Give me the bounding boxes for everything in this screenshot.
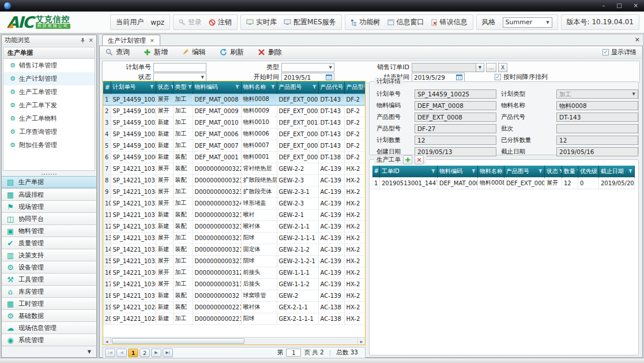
wo-column-header-物料名称[interactable]: 物料名称 [478, 166, 504, 177]
sales-order-input[interactable] [412, 63, 476, 72]
table-row[interactable]: 5SP_14459_10024新建加工DEF_MAT_0007物料0007DEF… [103, 140, 365, 151]
page-button-1[interactable]: 1 [128, 349, 138, 357]
detail-field-截止日期[interactable]: 2019/05/16 [556, 147, 638, 156]
detail-field-产品代号[interactable]: DT-143 [556, 113, 638, 122]
column-header-产品图号[interactable]: 产品图号 [277, 81, 318, 93]
table-row[interactable]: 3SP_14459_10027新建加工DEF_MAT_0010物料0010DEF… [103, 117, 365, 128]
detail-field-已分拆数量[interactable]: 12 [556, 136, 638, 145]
filter-icon[interactable] [538, 169, 543, 174]
style-select[interactable]: Summer▼ [503, 17, 552, 28]
work-order-add-button[interactable]: ✚ [403, 155, 412, 164]
prev-page-button[interactable]: ◀ [116, 349, 127, 357]
table-row[interactable]: 9SP_14221_10340展开加工D0000000003231扩散段壳体GE… [103, 186, 365, 197]
sidebar-item-生产计划管理[interactable]: ⚙生产计划管理 [3, 72, 95, 85]
table-row[interactable]: 2SP_14459_10026展开加工DEF_MAT_0009物料0009DEF… [103, 105, 365, 117]
detail-field-物料编码[interactable]: DEF_MAT_0008 [415, 101, 496, 110]
last-page-button[interactable]: ▶| [163, 349, 173, 357]
detail-field-批次[interactable] [556, 124, 638, 133]
end-time-input[interactable]: 2019/5/29 [412, 73, 465, 82]
table-row[interactable]: 20SP_14221_10286新建加工D0000000002213阳球GEX-… [103, 313, 365, 324]
add-button[interactable]: 新增 [144, 47, 168, 57]
sidebar-close-icon[interactable]: × [89, 37, 93, 43]
scrollbar-thumb[interactable] [112, 338, 244, 344]
work-order-delete-button[interactable]: ✕ [415, 155, 424, 164]
table-row[interactable]: 4SP_14459_10023新建加工DEF_MAT_0006物料0006DEF… [103, 128, 365, 140]
table-row[interactable]: 13SP_14221_10331展开加工D0000000003213阳球GEW-… [103, 232, 365, 244]
login-button[interactable]: 登录 [179, 17, 202, 27]
info-window-button[interactable]: 信息窗口 [387, 17, 424, 27]
module-tool-management[interactable]: ⚒工具管理 [2, 273, 96, 285]
table-row[interactable]: 15SP_14221_10334展开加工D0000000003214阴球GEW-… [103, 255, 365, 267]
sales-order-browse-button[interactable]: ... [486, 63, 496, 72]
function-tree-button[interactable]: 功能树 [351, 17, 381, 27]
detail-field-计划单号[interactable]: SP_14459_10025 [415, 89, 496, 99]
sales-order-dropdown-button[interactable]: ▼ [476, 63, 484, 72]
column-header-计划单号[interactable]: 计划单号 [111, 81, 156, 93]
type-select[interactable]: ▼ [281, 63, 334, 72]
column-header-产品代号[interactable]: 产品代号 [318, 81, 344, 93]
module-production-docs[interactable]: ▤生产单据 [2, 176, 96, 188]
page-number-input[interactable]: 1 [286, 349, 301, 357]
module-base-data[interactable]: ⚙基础数据 [2, 309, 96, 321]
module-equipment-management[interactable]: ⚙设备管理 [2, 261, 96, 273]
table-row[interactable]: 7SP_14221_10316展开装配D000000000322背衬绝热层GEW… [103, 163, 365, 174]
detail-field-计划类型[interactable]: 加工▼ [556, 89, 638, 99]
edit-button[interactable]: 编辑 [182, 47, 206, 57]
sidebar-item-工序查询管理[interactable]: ⚙工序查询管理 [3, 125, 95, 139]
logout-button[interactable]: 注销 [209, 17, 232, 27]
query-button[interactable]: 查询 [106, 47, 130, 57]
wo-column-header-数量[interactable]: 数量 [562, 166, 578, 177]
module-overflow-button[interactable]: ▼ [2, 346, 96, 357]
module-warehouse-management[interactable]: ⌂库房管理 [2, 285, 96, 297]
config-mes-button[interactable]: 配置MES服务 [284, 17, 336, 27]
module-material-management[interactable]: ▣物料管理 [2, 224, 96, 237]
table-row[interactable]: 1SP_14459_10025展开加工DEF_MAT_0008物料0008DEF… [103, 93, 365, 105]
table-row[interactable]: 10SP_14221_10322展开加工D000000000324球形堵盖GEW… [103, 197, 365, 209]
sidebar-item-附加任务管理[interactable]: ⚙附加任务管理 [3, 139, 95, 152]
window-maximize-button[interactable]: □ [615, 2, 623, 9]
table-row[interactable]: 12SP_14221_10325新建装配D0000000003211喉衬体GEW… [103, 220, 365, 232]
sidebar-item-生产工单管理[interactable]: ⚙生产工单管理 [3, 85, 95, 99]
window-minimize-button[interactable]: – [600, 2, 607, 9]
sales-order-clear-button[interactable]: X [498, 63, 507, 72]
column-header-#[interactable]: # [103, 81, 111, 93]
scroll-right-arrow[interactable]: ▶ [357, 338, 365, 345]
tab-production-plan[interactable]: 生产计划管理 × [102, 35, 160, 46]
wo-column-header-优先级[interactable]: 优先级 [578, 166, 599, 177]
scroll-left-arrow[interactable]: ◀ [103, 338, 111, 345]
table-row[interactable]: 14SP_14221_10328新建装配D0000000003212固定体GEW… [103, 244, 365, 255]
wo-column-header-物料编码[interactable]: 物料编码 [438, 166, 478, 177]
error-info-button[interactable]: 错误信息 [431, 17, 468, 27]
detail-field-计划数量[interactable]: 12 [415, 136, 496, 145]
column-header-类型[interactable]: 类型 [173, 81, 193, 93]
module-work-hours-management[interactable]: ▦工时管理 [2, 297, 96, 309]
filter-icon[interactable] [271, 85, 275, 89]
filter-icon[interactable] [312, 85, 317, 89]
filter-icon[interactable] [559, 169, 562, 174]
refresh-button[interactable]: 刷新 [220, 47, 244, 57]
detail-field-创建日期[interactable]: 2019/05/13 [415, 147, 496, 156]
column-header-产品型号[interactable]: 产品型号 [344, 81, 365, 93]
detail-field-物料名称[interactable]: 物料0008 [556, 101, 638, 110]
window-close-button[interactable]: × [632, 2, 640, 9]
wo-column-header-产品图号[interactable]: 产品图号 [504, 166, 545, 177]
realtime-db-button[interactable]: 实时库 [246, 17, 277, 27]
tree-group-header[interactable]: 生产单据 [3, 47, 95, 59]
filter-icon[interactable] [472, 169, 476, 174]
detail-field-产品图号[interactable]: DEF_EXT_0008 [415, 113, 496, 122]
table-row[interactable]: 120190513001_14476DEF_MAT_0008物料0008DEF_… [372, 177, 635, 189]
column-header-物料编码[interactable]: 物料编码 [193, 81, 241, 93]
module-advanced-scheduling[interactable]: ▦高级排程 [2, 188, 96, 200]
next-page-button[interactable]: ▶ [151, 349, 161, 357]
table-row[interactable]: 11SP_14221_10313新建装配D000000000321喉衬GEW-2… [103, 209, 365, 220]
filter-icon[interactable] [431, 169, 435, 174]
module-quality-management[interactable]: ✔质量管理 [2, 237, 96, 249]
show-detail-checkbox[interactable]: ✓ [602, 49, 609, 55]
module-system-management[interactable]: ◉系统管理 [2, 334, 96, 346]
sort-desc-checkbox[interactable]: ✓ [495, 74, 501, 80]
plan-no-input[interactable] [153, 63, 206, 72]
wo-column-header-#[interactable]: # [372, 166, 380, 177]
table-row[interactable]: 16SP_14221_10304展开加工D000000000312前接头GEW-… [103, 267, 365, 278]
sidebar-item-销售订单管理[interactable]: ⚙销售订单管理 [3, 59, 95, 72]
sidebar-item-生产工单物料[interactable]: ⚙生产工单物料 [3, 112, 95, 125]
